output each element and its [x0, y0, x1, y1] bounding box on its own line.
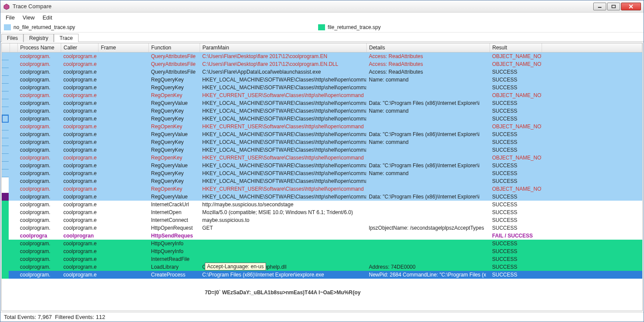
cell-process: coolprogram. [17, 84, 61, 91]
cell-param: HKEY_CURRENT_USER\Software\Classes\http\… [200, 154, 366, 162]
table-row[interactable]: coolprogram.coolprogram.eRegOpenKeyHKEY_… [2, 185, 642, 193]
col-function[interactable]: Function [148, 43, 200, 52]
table-row[interactable]: coolprogram.coolprogram.eInternetReadFil… [2, 255, 642, 263]
table-row[interactable]: coolprogram.coolprogram.eHttpQueryInfoSU… [2, 247, 642, 255]
cell-frame [98, 107, 148, 115]
tab-files[interactable]: Files [1, 34, 23, 42]
cell-process: coolprogram. [17, 107, 61, 115]
row-gutter-icon [2, 255, 9, 263]
table-row[interactable]: coolprogram.coolprogram.eRegQueryKeyHKEY… [2, 138, 642, 146]
minimize-button[interactable] [593, 3, 606, 10]
cell-result: OBJECT_NAME_NOT [490, 52, 542, 61]
table-row[interactable]: coolprogram.coolprogram.eRegOpenKeyHKEY_… [2, 123, 642, 130]
menu-view[interactable]: View [23, 14, 35, 21]
table-row[interactable]: coolprogram.coolprogram.eRegQueryValueHK… [2, 162, 642, 169]
cell-details: NewPid: 2684 CommandLine: "C:\Program Fi… [366, 271, 490, 279]
col-gutter [2, 43, 10, 52]
cell-process: coolprogram. [17, 162, 61, 169]
cell-caller: coolprogram.e [61, 60, 98, 68]
table-row[interactable]: coolprogracoolprogranHttpSendRequesFAIL … [2, 232, 642, 240]
close-button[interactable] [621, 3, 641, 10]
col-caller[interactable]: Caller [61, 43, 98, 52]
col-frame[interactable]: Frame [98, 43, 148, 52]
table-row[interactable]: coolprogram.coolprogram.eRegQueryValueHK… [2, 193, 642, 201]
cell-details: Access: ReadAttributes [366, 60, 490, 68]
table-row[interactable]: coolprogram.coolprogram.eRegQueryKeyHKEY… [2, 115, 642, 123]
cell-function: InternetReadFile [148, 255, 200, 263]
trace-left-label: no_file_returned_trace.spy [13, 24, 75, 30]
cell-details: Name: command [366, 169, 490, 177]
cell-result: SUCCESS [490, 162, 542, 169]
cell-frame [98, 201, 148, 208]
table-row[interactable]: coolprogram.coolprogram.eQueryAttributes… [2, 60, 642, 68]
app-window: Trace Compare File View Edit no_file_ret… [0, 0, 644, 322]
table-row[interactable]: coolprogram.coolprogram.eRegQueryKeyHKEY… [2, 84, 642, 91]
tab-trace[interactable]: Trace [54, 34, 78, 42]
table-row[interactable]: coolprogram.coolprogram.eCreateProcessC:… [2, 271, 642, 279]
cell-result: SUCCESS [490, 68, 542, 76]
cell-details: Address: 74DE0000 [366, 263, 490, 271]
table-row[interactable]: coolprogram.coolprogram.eHttpQueryInfoSU… [2, 240, 642, 247]
cell-details [366, 208, 490, 216]
app-icon [3, 3, 10, 10]
cell-frame [98, 224, 148, 232]
cell-process: coolprogram. [17, 76, 61, 84]
table-row[interactable]: coolprogram.coolprogram.eRegQueryValueHK… [2, 99, 642, 107]
cell-process: coolprogram. [17, 224, 61, 232]
cell-function: RegQueryKey [148, 115, 200, 123]
col-result[interactable]: Result [490, 43, 542, 52]
trace-table-container[interactable]: Process Name Caller Frame Function Param… [1, 43, 643, 311]
table-row[interactable]: coolprogram.coolprogram.eInternetConnect… [2, 216, 642, 224]
table-row[interactable]: coolprogram.coolprogram.eRegOpenKeyHKEY_… [2, 91, 642, 99]
cell-param: HKEY_LOCAL_MACHINE\SOFTWARE\Classes\http… [200, 138, 366, 146]
cell-process: coolprogram. [17, 91, 61, 99]
tab-registry[interactable]: Registry [23, 34, 54, 42]
table-row[interactable]: coolprogram.coolprogram.eInternetCrackUr… [2, 201, 642, 208]
trace-table: Process Name Caller Frame Function Param… [2, 43, 642, 279]
cell-details [366, 240, 490, 247]
trace-right-label: file_returned_trace.spy [328, 24, 381, 30]
table-row[interactable]: coolprogram.coolprogram.eRegQueryKeyHKEY… [2, 107, 642, 115]
cell-function: QueryAttributesFile [148, 60, 200, 68]
cell-function: RegQueryValue [148, 162, 200, 169]
cell-frame [98, 99, 148, 107]
cell-function: RegOpenKey [148, 185, 200, 193]
col-param[interactable]: ParamMain [200, 43, 366, 52]
cell-caller: coolprogram.e [61, 84, 98, 91]
cell-caller: coolprogram.e [61, 154, 98, 162]
table-row[interactable]: coolprogram.coolprogram.eHttpOpenRequest… [2, 224, 642, 232]
swatch-right-icon [318, 24, 325, 30]
table-row[interactable]: coolprogram.coolprogram.eLoadLibraryC:\W… [2, 263, 642, 271]
row-gutter-icon [2, 193, 9, 201]
cell-result: SUCCESS [490, 99, 542, 107]
table-row[interactable]: coolprogram.coolprogram.eRegQueryKeyHKEY… [2, 169, 642, 177]
table-row[interactable]: coolprogram.coolprogram.eQueryAttributes… [2, 52, 642, 61]
cell-result: SUCCESS [490, 84, 542, 91]
cell-details: Data: "C:\Program Files (x86)\Internet E… [366, 99, 490, 107]
cell-function: RegQueryKey [148, 76, 200, 84]
table-row[interactable]: coolprogram.coolprogram.eRegQueryKeyHKEY… [2, 177, 642, 185]
cell-process: coolprogra [17, 232, 61, 240]
cell-result: OBJECT_NAME_NOT [490, 154, 542, 162]
swatch-left-icon [4, 24, 11, 30]
table-row[interactable]: coolprogram.coolprogram.eRegQueryValueHK… [2, 130, 642, 138]
table-row[interactable]: coolprogram.coolprogram.eRegQueryKeyHKEY… [2, 146, 642, 154]
col-details[interactable]: Details [366, 43, 490, 52]
table-row[interactable]: coolprogram.coolprogram.eRegQueryKeyHKEY… [2, 76, 642, 84]
cell-result: OBJECT_NAME_NOT [490, 91, 542, 99]
col-spacer [542, 43, 642, 52]
menu-file[interactable]: File [6, 14, 15, 21]
col-process[interactable]: Process Name [17, 43, 61, 52]
cell-result: SUCCESS [490, 255, 542, 263]
menu-edit[interactable]: Edit [43, 14, 52, 21]
cell-result: OBJECT_NAME_NOT [490, 123, 542, 130]
titlebar[interactable]: Trace Compare [0, 0, 644, 13]
cell-caller: coolprogram.e [61, 201, 98, 208]
table-row[interactable]: coolprogram.coolprogram.eQueryAttributes… [2, 68, 642, 76]
maximize-button[interactable] [607, 3, 620, 10]
cell-function: LoadLibrary [148, 263, 200, 271]
table-row[interactable]: coolprogram.coolprogram.eRegOpenKeyHKEY_… [2, 154, 642, 162]
table-row[interactable]: coolprogram.coolprogram.eInternetOpenMoz… [2, 208, 642, 216]
cell-function: HttpOpenRequest [148, 224, 200, 232]
cell-details [366, 84, 490, 91]
